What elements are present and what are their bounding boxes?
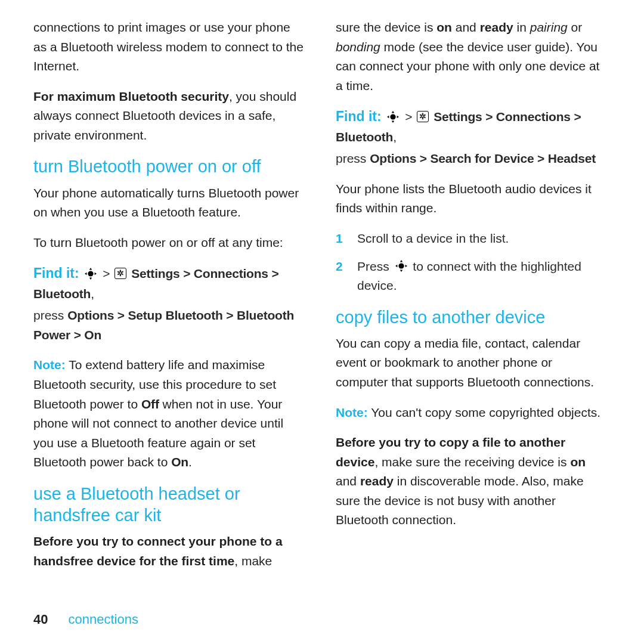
nav-key-icon bbox=[395, 259, 408, 273]
note-off: Off bbox=[141, 397, 159, 411]
right-column: sure the device is on and ready in pairi… bbox=[336, 18, 607, 581]
svg-marker-3 bbox=[95, 272, 97, 274]
note-paragraph-right: Note: You can't copy some copyrighted ob… bbox=[336, 403, 607, 423]
before-ready: ready bbox=[360, 474, 394, 488]
find-it-line-left: Find it: > ✲ Settings > Connections > Bl… bbox=[33, 263, 305, 304]
svg-point-9 bbox=[391, 114, 396, 119]
find-it-sub-left: press Options > Setup Bluetooth > Blueto… bbox=[33, 306, 305, 345]
svg-marker-1 bbox=[89, 277, 92, 279]
steps-list: Scroll to a device in the list. Press t bbox=[336, 229, 607, 296]
note-period: . bbox=[188, 455, 192, 469]
find-it-sub-right: press Options > Search for Device > Head… bbox=[336, 149, 607, 169]
turn-paragraph-2: To turn Bluetooth power on or off at any… bbox=[33, 233, 305, 253]
svg-marker-13 bbox=[405, 265, 407, 267]
note-label-left: Note: bbox=[33, 358, 66, 371]
heading-copy-files: copy files to another device bbox=[336, 306, 607, 328]
find-it-label: Find it: bbox=[33, 265, 79, 281]
heading-turn-bluetooth: turn Bluetooth power on or off bbox=[33, 156, 305, 177]
intro-paragraph: connections to print images or use your … bbox=[33, 18, 305, 76]
settings-gear-icon: ✲ bbox=[417, 111, 429, 122]
step-2: Press to connect with the highlighted de… bbox=[336, 257, 607, 296]
svg-point-4 bbox=[88, 271, 94, 276]
left-column: connections to print images or use your … bbox=[33, 18, 305, 581]
turn-paragraph-1: Your phone automatically turns Bluetooth… bbox=[33, 184, 305, 222]
findit-sub-bold: Options > Setup Bluetooth > Bluetooth Po… bbox=[33, 308, 294, 342]
word-pairing: pairing bbox=[530, 20, 568, 34]
top-continued-paragraph: sure the device is on and ready in pairi… bbox=[336, 18, 607, 95]
find-it-line-right: Find it: > ✲ Settings > Connections > Bl… bbox=[336, 106, 607, 147]
svg-marker-12 bbox=[395, 265, 397, 267]
page-footer: 40connections bbox=[33, 612, 138, 627]
note-label-right: Note: bbox=[336, 405, 368, 419]
svg-marker-10 bbox=[400, 260, 402, 262]
before-on: on bbox=[570, 455, 586, 469]
copy-paragraph-1: You can copy a media file, contact, cale… bbox=[336, 334, 607, 392]
headset-paragraph: Before you try to connect your phone to … bbox=[33, 532, 305, 571]
heading-headset: use a Bluetooth headset or handsfree car… bbox=[33, 483, 305, 527]
word-on: on bbox=[436, 20, 452, 34]
svg-marker-0 bbox=[89, 268, 92, 270]
step-1: Scroll to a device in the list. bbox=[336, 229, 607, 249]
word-bonding: bonding bbox=[336, 40, 380, 54]
security-paragraph: For maximum Bluetooth security, you shou… bbox=[33, 87, 305, 145]
svg-marker-11 bbox=[400, 270, 402, 272]
findit-sub-bold-right: Options > Search for Device > Headset bbox=[370, 151, 596, 165]
headset-rest: , make bbox=[234, 554, 272, 568]
svg-marker-5 bbox=[392, 111, 394, 113]
findit-sub-pre: press bbox=[33, 308, 67, 322]
list-intro-paragraph: Your phone lists the Bluetooth audio dev… bbox=[336, 179, 607, 218]
note-on: On bbox=[171, 455, 188, 469]
note-paragraph-left: Note: To extend battery life and maximis… bbox=[33, 355, 305, 472]
svg-point-14 bbox=[398, 263, 404, 268]
settings-gear-icon: ✲ bbox=[114, 268, 126, 279]
page-number: 40 bbox=[33, 612, 48, 627]
svg-marker-2 bbox=[85, 272, 87, 274]
word-ready: ready bbox=[480, 20, 513, 34]
nav-key-icon bbox=[84, 267, 97, 280]
svg-marker-6 bbox=[392, 120, 394, 122]
security-bold: For maximum Bluetooth security bbox=[33, 89, 229, 103]
footer-section-name: connections bbox=[68, 612, 138, 627]
svg-marker-8 bbox=[397, 115, 399, 117]
svg-marker-7 bbox=[388, 115, 389, 117]
before-copy-paragraph: Before you try to copy a file to another… bbox=[336, 433, 607, 530]
nav-key-icon bbox=[386, 110, 400, 123]
find-it-label-right: Find it: bbox=[336, 109, 382, 124]
